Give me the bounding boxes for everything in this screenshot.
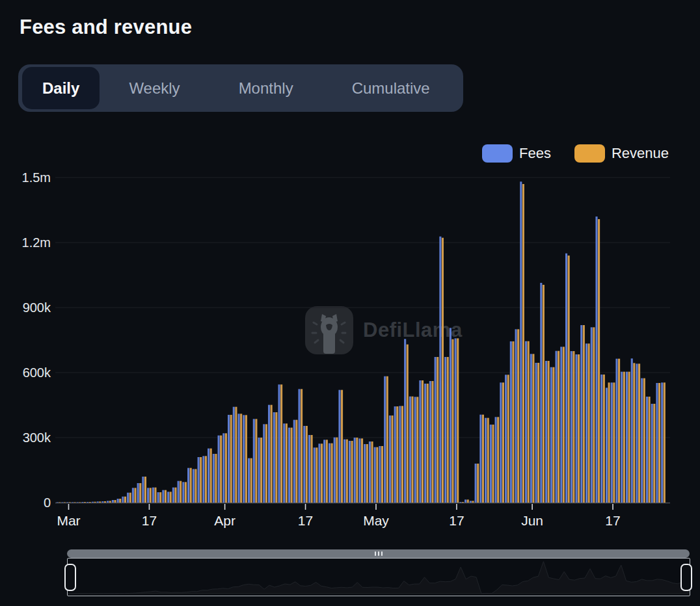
fees-bar[interactable] (97, 501, 99, 503)
fees-bar[interactable] (575, 354, 577, 503)
fees-bar[interactable] (288, 428, 290, 503)
fees-bar[interactable] (318, 443, 320, 503)
revenue-bar[interactable] (623, 372, 625, 503)
revenue-bar[interactable] (391, 415, 393, 503)
fees-bar[interactable] (571, 351, 572, 503)
fees-bar[interactable] (253, 419, 255, 503)
fees-bar[interactable] (137, 483, 139, 503)
fees-bar[interactable] (470, 501, 472, 503)
fees-bar[interactable] (414, 397, 416, 503)
revenue-bar[interactable] (275, 412, 277, 503)
revenue-bar[interactable] (664, 382, 666, 503)
revenue-bar[interactable] (280, 384, 282, 503)
fees-bar[interactable] (142, 477, 144, 503)
fees-bar[interactable] (57, 502, 59, 503)
fees-bar[interactable] (435, 357, 437, 503)
revenue-bar[interactable] (271, 405, 273, 503)
fees-bar[interactable] (429, 381, 431, 503)
revenue-bar[interactable] (633, 363, 635, 503)
fees-bar[interactable] (631, 358, 633, 503)
fees-bar[interactable] (621, 372, 623, 503)
fees-bar[interactable] (172, 488, 174, 503)
revenue-bar[interactable] (124, 497, 126, 503)
fees-bar[interactable] (218, 436, 220, 503)
revenue-bar[interactable] (457, 338, 459, 503)
revenue-bar[interactable] (195, 469, 196, 503)
revenue-bar[interactable] (477, 464, 479, 503)
fees-bar[interactable] (455, 338, 457, 503)
revenue-bar[interactable] (159, 492, 161, 503)
revenue-bar[interactable] (568, 256, 570, 503)
revenue-bar[interactable] (411, 397, 413, 503)
revenue-bar[interactable] (638, 363, 640, 503)
revenue-bar[interactable] (301, 389, 303, 503)
fees-bar[interactable] (112, 500, 114, 503)
fees-bar[interactable] (202, 456, 204, 503)
revenue-bar[interactable] (346, 440, 348, 503)
fees-bar[interactable] (464, 499, 466, 503)
revenue-bar[interactable] (150, 488, 152, 503)
revenue-bar[interactable] (341, 390, 343, 503)
revenue-bar[interactable] (114, 500, 116, 503)
fees-bar[interactable] (157, 492, 159, 503)
fees-bar[interactable] (72, 502, 74, 503)
fees-bar[interactable] (540, 283, 542, 503)
revenue-bar[interactable] (371, 441, 373, 503)
fees-bar[interactable] (404, 339, 406, 503)
fees-bar[interactable] (595, 217, 597, 503)
fees-bar[interactable] (510, 341, 512, 503)
fees-bar[interactable] (364, 444, 366, 503)
revenue-bar[interactable] (94, 502, 96, 503)
revenue-bar[interactable] (215, 454, 217, 503)
fees-bar[interactable] (651, 404, 653, 503)
revenue-bar[interactable] (447, 357, 449, 503)
revenue-bar[interactable] (321, 443, 323, 503)
fees-bar[interactable] (495, 417, 497, 503)
fees-bar[interactable] (591, 327, 593, 503)
fees-bar[interactable] (479, 415, 481, 503)
revenue-bar[interactable] (593, 327, 595, 503)
revenue-bar[interactable] (366, 444, 368, 503)
revenue-bar[interactable] (558, 351, 559, 503)
revenue-bar[interactable] (331, 443, 333, 503)
fees-bar[interactable] (535, 363, 537, 503)
fees-bar[interactable] (611, 382, 613, 503)
fees-bar[interactable] (358, 438, 360, 503)
fees-bar[interactable] (122, 497, 124, 503)
fees-bar[interactable] (485, 418, 487, 503)
fees-bar[interactable] (384, 376, 386, 503)
fees-bar[interactable] (117, 499, 119, 503)
revenue-bar[interactable] (99, 501, 101, 503)
fees-bar[interactable] (92, 502, 94, 503)
revenue-bar[interactable] (336, 438, 338, 503)
revenue-bar[interactable] (84, 502, 86, 503)
fees-bar[interactable] (419, 380, 421, 503)
revenue-bar[interactable] (311, 435, 313, 503)
fees-bar[interactable] (439, 237, 441, 503)
datazoom-track[interactable] (67, 549, 690, 558)
revenue-bar[interactable] (628, 372, 630, 503)
fees-bar[interactable] (389, 415, 391, 503)
revenue-bar[interactable] (185, 482, 187, 503)
fees-bar[interactable] (615, 359, 617, 503)
fees-bar[interactable] (152, 488, 154, 503)
revenue-bar[interactable] (608, 382, 610, 503)
fees-bar[interactable] (444, 357, 446, 503)
revenue-bar[interactable] (154, 488, 156, 503)
revenue-bar[interactable] (563, 347, 565, 503)
datazoom-left-handle[interactable] (64, 564, 76, 591)
fees-bar[interactable] (268, 405, 270, 503)
revenue-bar[interactable] (643, 378, 645, 503)
revenue-bar[interactable] (180, 481, 182, 503)
revenue-bar[interactable] (472, 501, 474, 503)
datazoom-right-handle[interactable] (680, 564, 692, 591)
revenue-bar[interactable] (291, 428, 293, 503)
revenue-bar[interactable] (487, 418, 489, 503)
revenue-bar[interactable] (351, 441, 353, 503)
revenue-bar[interactable] (512, 341, 514, 503)
fees-bar[interactable] (424, 384, 426, 503)
revenue-bar[interactable] (548, 361, 550, 503)
revenue-bar[interactable] (250, 458, 252, 503)
fees-bar[interactable] (132, 488, 134, 503)
fees-bar[interactable] (500, 382, 502, 503)
